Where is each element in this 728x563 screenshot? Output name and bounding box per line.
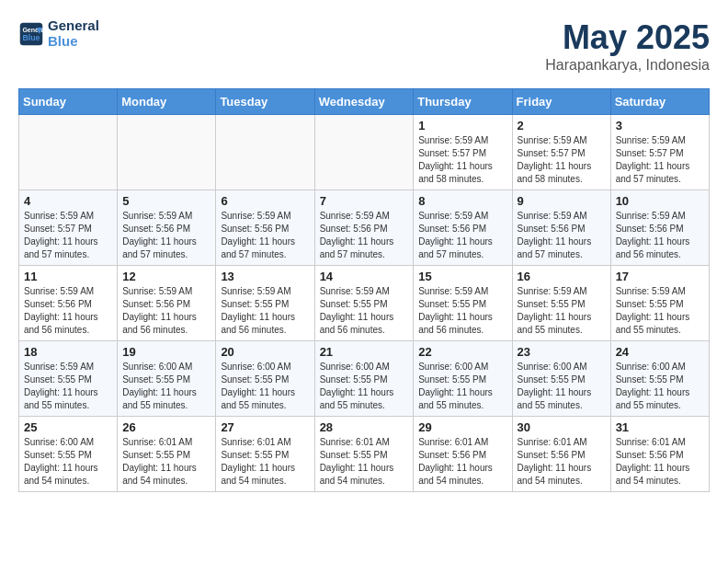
calendar-cell: 30Sunrise: 6:01 AM Sunset: 5:56 PM Dayli…	[512, 417, 610, 492]
calendar-cell: 9Sunrise: 5:59 AM Sunset: 5:56 PM Daylig…	[512, 190, 610, 266]
page-header: General Blue General Blue May 2025 Harap…	[18, 18, 710, 74]
day-info: Sunrise: 6:01 AM Sunset: 5:56 PM Dayligh…	[518, 436, 606, 488]
day-info: Sunrise: 5:59 AM Sunset: 5:55 PM Dayligh…	[24, 361, 112, 412]
title-block: May 2025 Harapankarya, Indonesia	[545, 18, 710, 74]
day-info: Sunrise: 5:59 AM Sunset: 5:56 PM Dayligh…	[518, 210, 606, 261]
calendar-cell: 7Sunrise: 5:59 AM Sunset: 5:56 PM Daylig…	[314, 190, 414, 266]
calendar-cell: 8Sunrise: 5:59 AM Sunset: 5:56 PM Daylig…	[414, 190, 512, 266]
calendar-week-4: 18Sunrise: 5:59 AM Sunset: 5:55 PM Dayli…	[19, 341, 710, 417]
calendar-cell: 14Sunrise: 5:59 AM Sunset: 5:55 PM Dayli…	[314, 266, 414, 341]
day-info: Sunrise: 5:59 AM Sunset: 5:57 PM Dayligh…	[24, 210, 112, 261]
day-info: Sunrise: 6:01 AM Sunset: 5:55 PM Dayligh…	[320, 436, 409, 488]
calendar-cell: 24Sunrise: 6:00 AM Sunset: 5:55 PM Dayli…	[610, 341, 709, 417]
calendar-cell: 1Sunrise: 5:59 AM Sunset: 5:57 PM Daylig…	[414, 115, 512, 190]
calendar-cell: 31Sunrise: 6:01 AM Sunset: 5:56 PM Dayli…	[610, 417, 709, 492]
day-number: 14	[320, 270, 409, 283]
calendar-cell: 21Sunrise: 6:00 AM Sunset: 5:55 PM Dayli…	[314, 341, 414, 417]
col-header-thursday: Thursday	[414, 89, 512, 115]
day-number: 3	[616, 119, 704, 132]
day-info: Sunrise: 5:59 AM Sunset: 5:55 PM Dayligh…	[221, 285, 309, 337]
day-number: 5	[122, 194, 210, 208]
day-info: Sunrise: 5:59 AM Sunset: 5:55 PM Dayligh…	[616, 285, 704, 337]
day-info: Sunrise: 6:00 AM Sunset: 5:55 PM Dayligh…	[122, 361, 210, 412]
calendar-cell: 19Sunrise: 6:00 AM Sunset: 5:55 PM Dayli…	[118, 341, 216, 417]
calendar-cell: 23Sunrise: 6:00 AM Sunset: 5:55 PM Dayli…	[512, 341, 610, 417]
day-info: Sunrise: 5:59 AM Sunset: 5:56 PM Dayligh…	[24, 285, 112, 337]
day-info: Sunrise: 5:59 AM Sunset: 5:55 PM Dayligh…	[418, 285, 506, 337]
day-number: 2	[518, 119, 606, 132]
calendar-cell: 12Sunrise: 5:59 AM Sunset: 5:56 PM Dayli…	[118, 266, 216, 341]
day-number: 12	[122, 270, 210, 283]
day-number: 9	[518, 194, 606, 208]
day-number: 11	[24, 270, 112, 283]
day-number: 6	[221, 194, 309, 208]
calendar-header: SundayMondayTuesdayWednesdayThursdayFrid…	[19, 89, 710, 115]
calendar-title: May 2025	[545, 18, 710, 57]
day-info: Sunrise: 6:01 AM Sunset: 5:55 PM Dayligh…	[122, 436, 210, 488]
day-number: 30	[518, 420, 606, 434]
day-number: 7	[320, 194, 409, 208]
calendar-cell: 17Sunrise: 5:59 AM Sunset: 5:55 PM Dayli…	[610, 266, 709, 341]
calendar-cell: 6Sunrise: 5:59 AM Sunset: 5:56 PM Daylig…	[216, 190, 314, 266]
calendar-cell: 28Sunrise: 6:01 AM Sunset: 5:55 PM Dayli…	[314, 417, 414, 492]
calendar-cell: 11Sunrise: 5:59 AM Sunset: 5:56 PM Dayli…	[19, 266, 118, 341]
calendar-cell	[216, 115, 314, 190]
day-number: 27	[221, 420, 309, 434]
calendar-cell: 29Sunrise: 6:01 AM Sunset: 5:56 PM Dayli…	[414, 417, 512, 492]
day-info: Sunrise: 6:00 AM Sunset: 5:55 PM Dayligh…	[24, 436, 112, 488]
day-number: 25	[24, 420, 112, 434]
day-info: Sunrise: 6:01 AM Sunset: 5:55 PM Dayligh…	[221, 436, 309, 488]
calendar-cell	[19, 115, 118, 190]
day-info: Sunrise: 5:59 AM Sunset: 5:57 PM Dayligh…	[518, 134, 606, 186]
day-number: 22	[418, 345, 506, 359]
day-number: 15	[418, 270, 506, 283]
col-header-monday: Monday	[118, 89, 216, 115]
col-header-wednesday: Wednesday	[314, 89, 414, 115]
calendar-cell: 27Sunrise: 6:01 AM Sunset: 5:55 PM Dayli…	[216, 417, 314, 492]
day-number: 29	[418, 420, 506, 434]
calendar-week-2: 4Sunrise: 5:59 AM Sunset: 5:57 PM Daylig…	[19, 190, 710, 266]
day-number: 26	[122, 420, 210, 434]
day-number: 17	[616, 270, 704, 283]
day-info: Sunrise: 5:59 AM Sunset: 5:56 PM Dayligh…	[418, 210, 506, 261]
day-number: 23	[518, 345, 606, 359]
day-info: Sunrise: 6:00 AM Sunset: 5:55 PM Dayligh…	[518, 361, 606, 412]
day-number: 20	[221, 345, 309, 359]
calendar-cell: 18Sunrise: 5:59 AM Sunset: 5:55 PM Dayli…	[19, 341, 118, 417]
day-info: Sunrise: 6:01 AM Sunset: 5:56 PM Dayligh…	[418, 436, 506, 488]
calendar-cell	[314, 115, 414, 190]
calendar-week-3: 11Sunrise: 5:59 AM Sunset: 5:56 PM Dayli…	[19, 266, 710, 341]
day-number: 4	[24, 194, 112, 208]
day-info: Sunrise: 6:01 AM Sunset: 5:56 PM Dayligh…	[616, 436, 704, 488]
calendar-week-5: 25Sunrise: 6:00 AM Sunset: 5:55 PM Dayli…	[19, 417, 710, 492]
day-info: Sunrise: 5:59 AM Sunset: 5:56 PM Dayligh…	[320, 210, 409, 261]
col-header-tuesday: Tuesday	[216, 89, 314, 115]
day-number: 28	[320, 420, 409, 434]
calendar-cell: 26Sunrise: 6:01 AM Sunset: 5:55 PM Dayli…	[118, 417, 216, 492]
logo-icon: General Blue	[18, 21, 44, 47]
day-number: 1	[418, 119, 506, 132]
day-number: 13	[221, 270, 309, 283]
logo: General Blue General Blue	[18, 18, 99, 49]
calendar-week-1: 1Sunrise: 5:59 AM Sunset: 5:57 PM Daylig…	[19, 115, 710, 190]
day-info: Sunrise: 5:59 AM Sunset: 5:57 PM Dayligh…	[418, 134, 506, 186]
day-number: 18	[24, 345, 112, 359]
calendar-cell: 13Sunrise: 5:59 AM Sunset: 5:55 PM Dayli…	[216, 266, 314, 341]
calendar-cell: 20Sunrise: 6:00 AM Sunset: 5:55 PM Dayli…	[216, 341, 314, 417]
day-number: 16	[518, 270, 606, 283]
day-info: Sunrise: 5:59 AM Sunset: 5:55 PM Dayligh…	[518, 285, 606, 337]
day-info: Sunrise: 5:59 AM Sunset: 5:57 PM Dayligh…	[616, 134, 704, 186]
day-info: Sunrise: 6:00 AM Sunset: 5:55 PM Dayligh…	[221, 361, 309, 412]
day-number: 19	[122, 345, 210, 359]
day-info: Sunrise: 5:59 AM Sunset: 5:56 PM Dayligh…	[221, 210, 309, 261]
calendar-cell: 25Sunrise: 6:00 AM Sunset: 5:55 PM Dayli…	[19, 417, 118, 492]
day-info: Sunrise: 5:59 AM Sunset: 5:56 PM Dayligh…	[616, 210, 704, 261]
calendar-cell	[118, 115, 216, 190]
day-info: Sunrise: 6:00 AM Sunset: 5:55 PM Dayligh…	[418, 361, 506, 412]
day-info: Sunrise: 5:59 AM Sunset: 5:55 PM Dayligh…	[320, 285, 409, 337]
calendar-cell: 16Sunrise: 5:59 AM Sunset: 5:55 PM Dayli…	[512, 266, 610, 341]
col-header-friday: Friday	[512, 89, 610, 115]
day-info: Sunrise: 6:00 AM Sunset: 5:55 PM Dayligh…	[616, 361, 704, 412]
day-info: Sunrise: 5:59 AM Sunset: 5:56 PM Dayligh…	[122, 210, 210, 261]
calendar-cell: 2Sunrise: 5:59 AM Sunset: 5:57 PM Daylig…	[512, 115, 610, 190]
